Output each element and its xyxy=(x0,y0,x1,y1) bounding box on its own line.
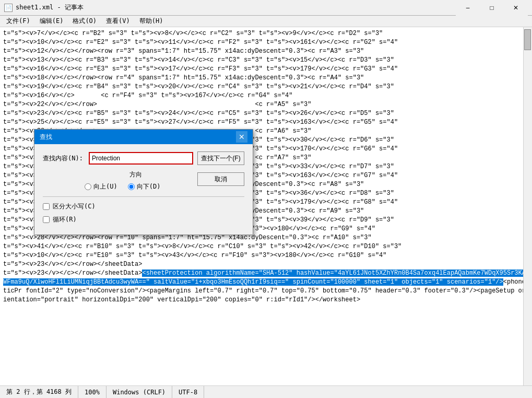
find-dialog[interactable]: 查找 ✕ 查找内容(N): 查找下一个(F) 方向 xyxy=(34,129,253,235)
loop-checkbox[interactable] xyxy=(43,216,50,223)
title-bar-controls: – □ ✕ xyxy=(456,0,528,16)
direction-label: 方向 xyxy=(85,170,187,179)
loop-label: 循环(R) xyxy=(53,215,77,224)
dialog-close-button[interactable]: ✕ xyxy=(236,131,247,143)
maximize-button[interactable]: □ xyxy=(480,0,504,16)
find-label: 查找内容(N): xyxy=(43,154,85,163)
menu-view[interactable]: 查看(V) xyxy=(102,16,134,27)
menu-file[interactable]: 文件(F) xyxy=(2,16,34,27)
zoom-level: 100% xyxy=(78,386,107,398)
status-bar: 第 2 行，第 4168 列 100% Windows (CRLF) UTF-8 xyxy=(0,385,532,398)
window-title: sheet1.xml - 记事本 xyxy=(16,3,84,12)
dialog-body: 查找内容(N): 查找下一个(F) 方向 向上(U) xyxy=(34,144,253,235)
dialog-title-text: 查找 xyxy=(40,133,52,142)
radio-down-label: 向下(D) xyxy=(137,182,161,191)
find-next-button[interactable]: 查找下一个(F) xyxy=(197,151,244,165)
menu-bar: 文件(F) 编辑(E) 格式(O) 查看(V) 帮助(H) xyxy=(0,16,532,27)
menu-help[interactable]: 帮助(H) xyxy=(135,16,168,27)
title-bar-left: 📄 sheet1.xml - 记事本 xyxy=(4,3,84,12)
close-button[interactable]: ✕ xyxy=(504,0,528,16)
radio-down[interactable]: 向下(D) xyxy=(128,182,161,191)
menu-format[interactable]: 格式(O) xyxy=(68,16,101,27)
separator xyxy=(43,196,244,197)
content-area: t="s"><v>7</v></c><c r="B2" s="3" t="s">… xyxy=(0,27,532,385)
scrollbar-thumb[interactable] xyxy=(524,29,531,50)
cancel-button[interactable]: 取消 xyxy=(197,172,244,186)
loop-checkbox-row: 循环(R) xyxy=(43,215,244,224)
minimize-button[interactable]: – xyxy=(456,0,480,16)
line-ending: Windows (CRLF) xyxy=(107,386,172,398)
radio-up-label: 向上(U) xyxy=(93,182,117,191)
find-row: 查找内容(N): 查找下一个(F) xyxy=(43,151,244,165)
case-label: 区分大小写(C) xyxy=(53,202,96,211)
case-checkbox[interactable] xyxy=(43,203,50,210)
find-input[interactable] xyxy=(90,153,192,163)
direction-group: 方向 向上(U) 向下(D) xyxy=(43,170,187,191)
radio-group: 向上(U) 向下(D) xyxy=(85,182,187,191)
case-checkbox-row: 区分大小写(C) xyxy=(43,202,244,211)
radio-down-input[interactable] xyxy=(128,183,135,190)
app-icon: 📄 xyxy=(4,4,13,12)
radio-up-input[interactable] xyxy=(85,183,91,190)
menu-edit[interactable]: 编辑(E) xyxy=(36,16,68,27)
dialog-title-bar: 查找 ✕ xyxy=(34,130,253,144)
find-input-wrap xyxy=(89,152,193,165)
scrollbar[interactable] xyxy=(523,27,532,385)
encoding: UTF-8 xyxy=(172,386,204,398)
cursor-position: 第 2 行，第 4168 列 xyxy=(4,386,78,398)
radio-up[interactable]: 向上(U) xyxy=(85,182,117,191)
title-bar: 📄 sheet1.xml - 记事本 – □ ✕ xyxy=(0,0,532,16)
